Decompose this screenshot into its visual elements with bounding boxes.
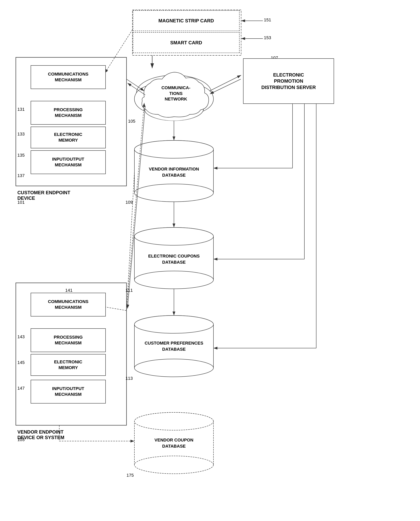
- svg-point-26: [135, 271, 213, 289]
- customer-prefs-db-label: CUSTOMER PREFERENCESDATABASE: [136, 340, 211, 352]
- io-mechanism-1-label: INPUT/OUTPUTMECHANISM: [52, 156, 84, 168]
- smart-card-box: SMART CARD: [133, 32, 240, 53]
- svg-point-34: [135, 456, 213, 474]
- svg-line-18: [210, 75, 241, 91]
- label-111: 111: [126, 288, 133, 293]
- electronic-promotion-server-box: ELECTRONICPROMOTIONDISTRIBUTION SERVER: [243, 58, 334, 104]
- svg-point-24: [135, 228, 213, 245]
- svg-point-28: [135, 315, 213, 333]
- vendor-info-db-label: VENDOR INFORMATIONDATABASE: [136, 166, 211, 178]
- svg-point-35: [135, 412, 213, 430]
- svg-line-48: [128, 106, 145, 309]
- io-mechanism-2-box: INPUT/OUTPUTMECHANISM: [31, 380, 106, 404]
- processing-mechanism-1-label: PROCESSINGMECHANISM: [54, 107, 83, 118]
- io-mechanism-1-box: INPUT/OUTPUTMECHANISM: [31, 150, 106, 174]
- svg-point-23: [135, 140, 213, 158]
- label-137: 137: [17, 173, 25, 178]
- electronic-memory-2-box: ELECTRONICMEMORY: [31, 354, 106, 376]
- label-105: 105: [128, 119, 135, 124]
- diagram-container: MAGNETIC STRIP CARD SMART CARD 151 153 1…: [0, 0, 420, 521]
- svg-line-17: [128, 83, 145, 95]
- svg-point-9: [135, 85, 174, 113]
- electronic-memory-1-box: ELECTRONICMEMORY: [31, 127, 106, 148]
- svg-point-11: [144, 97, 203, 121]
- label-135: 135: [17, 153, 25, 158]
- svg-point-32: [135, 412, 213, 430]
- label-103: 103: [17, 437, 25, 442]
- svg-point-31: [135, 315, 213, 333]
- label-153: 153: [264, 35, 271, 40]
- label-113: 113: [126, 376, 133, 381]
- svg-point-10: [174, 85, 213, 113]
- smart-card-label: SMART CARD: [170, 39, 202, 46]
- label-145: 145: [17, 360, 25, 365]
- processing-mechanism-2-label: PROCESSINGMECHANISM: [54, 335, 83, 346]
- label-133: 133: [17, 131, 25, 137]
- label-147: 147: [17, 386, 25, 391]
- processing-mechanism-1-box: PROCESSINGMECHANISM: [31, 101, 106, 125]
- svg-point-30: [135, 359, 213, 377]
- svg-point-22: [135, 184, 213, 202]
- magnetic-strip-card-label: MAGNETIC STRIP CARD: [158, 18, 214, 24]
- svg-point-14: [172, 88, 208, 114]
- comm-mechanism-1-box: COMMUNICATIONSMECHANISM: [31, 65, 106, 89]
- svg-line-19: [210, 79, 241, 94]
- electronic-memory-1-label: ELECTRONICMEMORY: [54, 132, 82, 143]
- label-141: 141: [65, 288, 73, 293]
- svg-line-3: [105, 30, 132, 73]
- svg-point-20: [135, 140, 213, 158]
- svg-point-27: [135, 228, 213, 245]
- comm-network-label: COMMUNICA-TIONSNETWORK: [156, 85, 196, 102]
- electronic-promotion-server-label: ELECTRONICPROMOTIONDISTRIBUTION SERVER: [261, 72, 316, 90]
- svg-point-8: [136, 75, 211, 111]
- svg-point-13: [140, 88, 176, 114]
- svg-line-45: [127, 103, 144, 311]
- comm-mechanism-2-label: COMMUNICATIONSMECHANISM: [48, 299, 89, 310]
- electronic-coupons-db-label: ELECTRONIC COUPONSDATABASE: [138, 253, 210, 265]
- electronic-memory-2-label: ELECTRONICMEMORY: [54, 359, 82, 370]
- svg-line-16: [127, 79, 144, 91]
- label-101: 101: [17, 200, 25, 205]
- svg-point-15: [146, 99, 202, 121]
- io-mechanism-2-label: INPUT/OUTPUTMECHANISM: [52, 386, 84, 397]
- vendor-coupon-db-label: VENDOR COUPONDATABASE: [140, 437, 208, 449]
- comm-mechanism-2-box: COMMUNICATIONSMECHANISM: [31, 293, 106, 316]
- svg-point-12: [142, 77, 206, 117]
- label-151: 151: [264, 17, 271, 23]
- label-143: 143: [17, 334, 25, 339]
- comm-mechanism-1-label: COMMUNICATIONSMECHANISM: [48, 71, 89, 83]
- customer-endpoint-label: CUSTOMER ENDPOINTDEVICE: [17, 190, 70, 201]
- label-131: 131: [17, 107, 25, 112]
- label-175: 175: [127, 473, 134, 478]
- label-109: 109: [126, 200, 133, 205]
- magnetic-strip-card-box: MAGNETIC STRIP CARD: [133, 10, 240, 31]
- processing-mechanism-2-box: PROCESSINGMECHANISM: [31, 328, 106, 352]
